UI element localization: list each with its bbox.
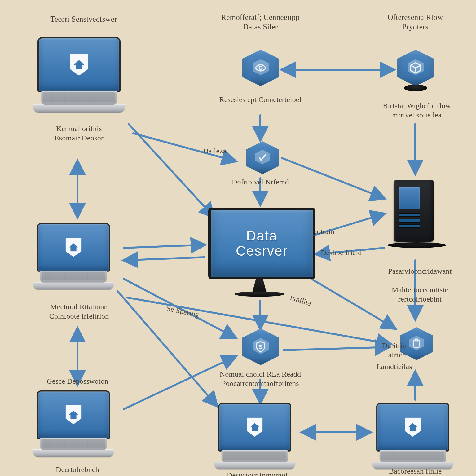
hex-top-right [397, 50, 434, 86]
caption-laptop-br: Bacoreesah ftnlie orogntiom teasronto Lv… [363, 466, 468, 476]
cube-icon [397, 50, 434, 86]
laptop-top-left [33, 37, 126, 113]
caption-laptop-mid-left: Mectural Ritationn Coinfoote Irfeltrion [34, 302, 124, 321]
svg-text:S: S [259, 344, 262, 350]
shield-house-icon [65, 238, 81, 257]
caption-laptop-top-left: Kemual orifnis Esomair Deosor [37, 124, 121, 143]
laptop-mid-left [33, 223, 114, 290]
monitor-center: DataCesrver [208, 208, 311, 297]
caption-hex-top-right: Birtsta; Wighefourlow mrrivet sotie lea [364, 101, 469, 120]
svg-line-5 [129, 124, 214, 217]
laptop-bottom-right [372, 403, 454, 469]
caption-laptop-bl: Decrtolrebnch Desep Mestocm [34, 465, 121, 476]
shield-s-icon: S [242, 328, 279, 365]
caption-tower-2: Mahteriocecmtisie rertcolrtoebint [372, 285, 468, 304]
svg-point-24 [259, 66, 262, 69]
caption-laptop-bc: Desuctocr fnmornol wmthdoeasocion [205, 470, 310, 476]
shield-house-icon [405, 418, 421, 437]
title-top-right: Ofteresenia Rlow Pryoters [369, 12, 462, 32]
shield-house-icon [70, 54, 88, 76]
laptop-bottom-left [33, 390, 114, 457]
check-icon [246, 141, 279, 174]
header-laptop-bl: Gesce Deposswoton [34, 377, 121, 386]
edge-label-daileza: Daileza [183, 146, 226, 156]
svg-line-8 [124, 245, 205, 248]
edge-label-potrain: potrain [313, 227, 353, 236]
svg-line-9 [124, 257, 205, 260]
laptop-bottom-center [214, 403, 296, 469]
shield-house-icon [247, 418, 262, 437]
server-tower [387, 180, 446, 248]
hex-lower-center: S [242, 328, 279, 365]
edge-label-sparing: Se Sparing [155, 301, 211, 322]
caption-hex-lower-center: Nomual cholcf RLa Readd Poocarrentomtaof… [201, 369, 319, 388]
hex-top-center [242, 50, 279, 86]
eye-icon [242, 50, 279, 86]
title-top-left: Teorri Senstvecfswer [34, 14, 133, 24]
caption-tower-1: Pasarviooncrldawant [372, 267, 468, 276]
shield-house-icon [65, 405, 81, 425]
edge-label-desbbe: Desbbe friald [321, 248, 383, 257]
caption-hex-top-center: Resesies cpt Comcterteioel [208, 95, 313, 104]
caption-hex-mid-center: Dofrtoivel Nrfemd [217, 177, 304, 187]
caption-hex-right-mid: Lamdtieilas [363, 362, 412, 371]
hex-mid-center [246, 141, 279, 174]
title-top-center: Remofferatf; Cenneeiipp Datas Siler [201, 12, 319, 32]
header-hex-right-mid: Duritrie aIrich [369, 341, 406, 359]
